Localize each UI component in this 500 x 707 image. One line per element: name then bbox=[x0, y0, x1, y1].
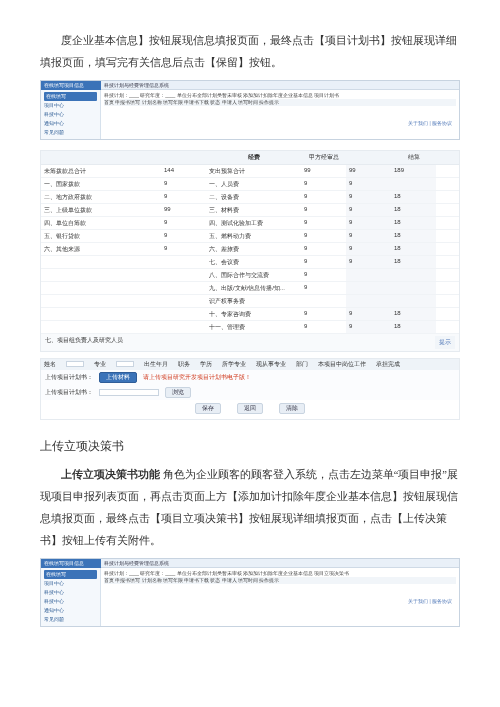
budget-row: 一、国家拨款9一、人员费99 bbox=[41, 178, 459, 191]
form-header: 姓名 专业 出生年月 职务 学历 所学专业 现从事专业 部门 本项目中岗位工作 … bbox=[41, 359, 459, 370]
shot2-nav-item[interactable]: 项目中心 bbox=[44, 579, 97, 588]
para2-lead: 上传立项决策书功能 bbox=[61, 469, 160, 480]
shot2-nav: 在线填写 项目中心 科技中心 科技中心 通知中心 常见问题 bbox=[41, 568, 101, 626]
para-upload-decision: 上传立项决策书功能 角色为企业顾客的顾客登入系统，点击左边菜单“项目申报”展现项… bbox=[40, 464, 460, 552]
upload-path-input[interactable] bbox=[99, 389, 159, 396]
budget-row: 六、其他来源9六、差旅费9918 bbox=[41, 243, 459, 256]
budget-row: 十一、管理费9918 bbox=[41, 321, 459, 334]
shot1-table-header: 首页 申报书填写 计划名称 填写年限 申请书下载 状态 申请人 填写时间 操作提… bbox=[104, 99, 456, 106]
budget-note[interactable]: 提示 bbox=[435, 336, 455, 349]
upload-warning: 请上传项目研究开发项目计划书电子版！ bbox=[143, 374, 251, 381]
shot1-nav: 在线填写 项目中心 科技中心 通知中心 常见问题 bbox=[41, 90, 101, 139]
shot1-nav-item[interactable]: 常见问题 bbox=[44, 128, 97, 137]
shot1-title-right: 科技计划与经费管理信息系统 bbox=[101, 81, 459, 90]
shot1-toolbar: 科技计划：____ 研究年度：____ 单位分布全部计划类暂未审核 添加加计扣除… bbox=[104, 92, 456, 99]
shot1-footer: 关于我们 | 服务协议 bbox=[104, 120, 456, 127]
shot2-footer: 关于我们 | 服务协议 bbox=[104, 598, 456, 605]
budget-col-approve: 甲方经审总 bbox=[301, 151, 346, 164]
budget-row: 九、出版/文献/信息传播/知...9 bbox=[41, 282, 459, 295]
budget-row: 七、会议费9918 bbox=[41, 256, 459, 269]
budget-row: 未筹拨款总合计144支出预算合计9999189 bbox=[41, 165, 459, 178]
shot1-nav-hl[interactable]: 在线填写 bbox=[44, 92, 97, 101]
upload-label: 上传项目计划书： bbox=[45, 374, 93, 381]
budget-section-7: 七、项目组负责人及研究人员 提示 bbox=[41, 334, 459, 351]
para2-body: 角色为企业顾客的顾客登入系统，点击左边菜单“项目申报”展现项目申报列表页面，再点… bbox=[40, 469, 458, 546]
shot1-nav-item[interactable]: 科技中心 bbox=[44, 110, 97, 119]
budget-col-expense: 经费 bbox=[206, 151, 301, 164]
shot2-nav-item[interactable]: 常见问题 bbox=[44, 615, 97, 624]
shot1-nav-item[interactable]: 通知中心 bbox=[44, 119, 97, 128]
budget-row: 三、上级单位拨款99三、材料费9918 bbox=[41, 204, 459, 217]
shot2-title-right: 科技计划与经费管理信息系统 bbox=[101, 559, 459, 568]
form-person-upload: 姓名 专业 出生年月 职务 学历 所学专业 现从事专业 部门 本项目中岗位工作 … bbox=[40, 358, 460, 420]
shot2-table-header: 首页 申报书填写 计划名称 填写年限 申请书下载 状态 申请人 填写时间 操作提… bbox=[104, 577, 456, 584]
budget-row: 二、地方政府拨款9二、设备费9918 bbox=[41, 191, 459, 204]
browse-button[interactable]: 浏览 bbox=[165, 387, 191, 398]
budget-row: 识产权事务费 bbox=[41, 295, 459, 308]
upload2-label: 上传项目计划书： bbox=[45, 389, 93, 396]
shot1-nav-item[interactable]: 项目中心 bbox=[44, 101, 97, 110]
budget-table: 经费 甲方经审总 结算 未筹拨款总合计144支出预算合计9999189一、国家拨… bbox=[40, 150, 460, 352]
shot2-nav-item[interactable]: 通知中心 bbox=[44, 606, 97, 615]
shot2-nav-item[interactable]: 科技中心 bbox=[44, 597, 97, 606]
budget-row: 四、单位自筹款9四、测试化验加工费9918 bbox=[41, 217, 459, 230]
screenshot-project-plan: 在线填写项目信息 科技计划与经费管理信息系统 在线填写 项目中心 科技中心 通知… bbox=[40, 80, 460, 140]
shot2-nav-item[interactable]: 科技中心 bbox=[44, 588, 97, 597]
budget-row: 五、银行贷款9五、燃料动力费9918 bbox=[41, 230, 459, 243]
budget-row: 十、专家咨询费9918 bbox=[41, 308, 459, 321]
screenshot-decision: 在线填写项目信息 科技计划与经费管理信息系统 在线填写 项目中心 科技中心 科技… bbox=[40, 558, 460, 627]
save-button[interactable]: 保存 bbox=[195, 403, 221, 414]
shot2-toolbar: 科技计划：____ 研究年度：____ 单位分布全部计划类暂未审核 添加加计扣除… bbox=[104, 570, 456, 577]
intro-paragraph: 度企业基本信息】按钮展现信息填报页面，最终点击【项目计划书】按钮展现详细填报页面… bbox=[40, 30, 460, 74]
section-title-upload-decision: 上传立项决策书 bbox=[40, 434, 460, 458]
shot2-nav-hl[interactable]: 在线填写 bbox=[44, 570, 97, 579]
shot2-title-left: 在线填写项目信息 bbox=[41, 559, 101, 568]
upload-button[interactable]: 上传材料 bbox=[99, 372, 137, 383]
shot1-title-left: 在线填写项目信息 bbox=[41, 81, 101, 90]
budget-row: 八、国际合作与交流费9 bbox=[41, 269, 459, 282]
budget-col-settle: 结算 bbox=[391, 151, 436, 164]
clear-button[interactable]: 清除 bbox=[279, 403, 305, 414]
back-button[interactable]: 返回 bbox=[237, 403, 263, 414]
